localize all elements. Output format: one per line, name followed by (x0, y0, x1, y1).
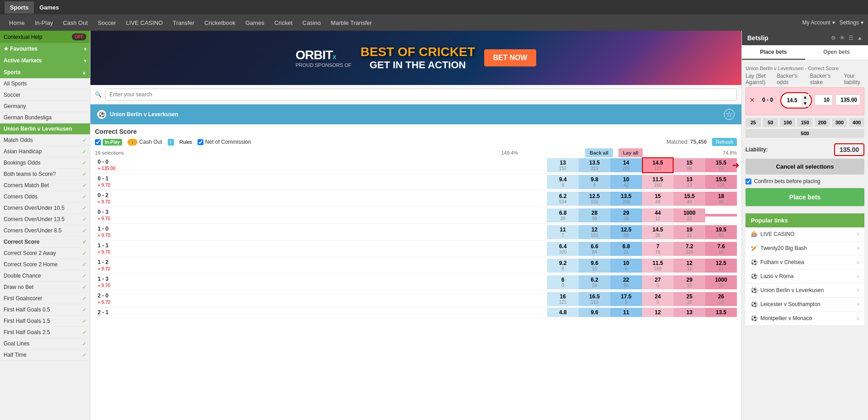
nav-item-cash-out[interactable]: Cash Out (58, 16, 92, 30)
refresh-button[interactable]: Refresh (712, 138, 737, 146)
net-commission-checkbox[interactable] (198, 139, 203, 145)
odds-cell-9-0[interactable]: 4.8 (547, 308, 579, 317)
odds-cell-0-1[interactable]: 13.5313 (579, 158, 610, 172)
nav-item-games[interactable]: Games (241, 16, 269, 30)
odds-spin-up[interactable]: ▲ (801, 94, 809, 100)
odds-cell-7-2[interactable]: 2280 (610, 275, 642, 289)
odds-cell-4-3[interactable]: 14.536 (642, 225, 674, 239)
odds-cell-0-2[interactable]: 14221 (610, 158, 642, 172)
odds-cell-6-0[interactable]: 9.28 (547, 259, 579, 273)
odds-cell-6-1[interactable]: 9.615 (579, 259, 610, 273)
odds-cell-6-2[interactable]: 106 (610, 259, 642, 273)
odds-cell-6-5[interactable]: 12.511 (705, 259, 737, 273)
nav-item-transfer[interactable]: Transfer (168, 16, 199, 30)
odds-cell-4-0[interactable]: 117 (547, 225, 579, 239)
odds-cell-6-3[interactable]: 11.5169 (642, 259, 674, 273)
banner-cta-button[interactable]: BET NOW (484, 49, 537, 66)
odds-spin-down[interactable]: ▼ (801, 100, 809, 107)
nav-item-live-casino[interactable]: LIVE CASINO (122, 16, 168, 30)
odds-cell-8-0[interactable]: 16121 (547, 292, 579, 306)
odds-cell-3-4[interactable]: 100022 (674, 208, 705, 222)
nav-item-cricketbook[interactable]: Cricketbook (200, 16, 240, 30)
betslip-sort-icon[interactable]: ☰ (849, 35, 854, 41)
odds-cell-0-4[interactable]: 1598 (674, 158, 705, 172)
stake-input[interactable] (815, 94, 833, 105)
search-input[interactable] (105, 89, 737, 100)
odds-cell-2-1[interactable]: 12.5155 (579, 192, 610, 206)
odds-cell-8-3[interactable]: 245 (642, 292, 674, 306)
sidebar-item-20[interactable]: First Half Goals 0.5✓ (0, 304, 90, 316)
sidebar-item-18[interactable]: Draw no Bet✓ (0, 282, 90, 293)
odds-cell-5-2[interactable]: 6.821 (610, 242, 642, 256)
odds-cell-4-5[interactable]: 19.583 (705, 225, 737, 239)
odds-cell-2-2[interactable]: 13.5208 (610, 192, 642, 206)
quick-stake-400[interactable]: 400 (849, 118, 864, 127)
sidebar-item-22[interactable]: First Half Goals 2.5✓ (0, 327, 90, 338)
nav-item-soccer[interactable]: Soccer (93, 16, 120, 30)
popular-link-2[interactable]: ⚽Fulham v Chelsea› (745, 255, 864, 269)
odds-cell-1-0[interactable]: 9.49 (547, 175, 579, 189)
odds-cell-3-0[interactable]: 6.820 (547, 208, 579, 222)
back-all-btn[interactable]: Back all (583, 150, 615, 156)
sidebar-item-7[interactable]: Bookings Odds✓ (0, 157, 90, 169)
odds-input[interactable]: 14.5 (783, 95, 801, 105)
quick-stake-500[interactable]: 500 (745, 129, 864, 138)
odds-cell-2-3[interactable]: 1549 (642, 192, 674, 206)
odds-cell-5-1[interactable]: 6.684 (579, 242, 610, 256)
odds-cell-8-4[interactable]: 2516 (674, 292, 705, 306)
odds-cell-3-2[interactable]: 2939 (610, 208, 642, 222)
sidebar-item-9[interactable]: Corners Match Bet✓ (0, 180, 90, 191)
odds-cell-3-5[interactable] (705, 214, 737, 217)
odds-cell-3-3[interactable]: 4412 (642, 208, 674, 222)
quick-stake-100[interactable]: 100 (780, 118, 795, 127)
sidebar-item-11[interactable]: Corners Over/Under 10.5✓ (0, 203, 90, 214)
cancel-all-button[interactable]: Cancel all selections (745, 159, 864, 175)
odds-cell-9-1[interactable]: 9.6 (579, 308, 610, 317)
settings-button[interactable]: Settings ▾ (840, 19, 863, 26)
rules-button[interactable]: i (168, 139, 174, 146)
inplay-checkbox[interactable] (95, 139, 101, 145)
odds-cell-5-4[interactable]: 7.2326 (674, 242, 705, 256)
nav-item-casino[interactable]: Casino (298, 16, 325, 30)
sidebar-item-15[interactable]: Correct Score 2 Away✓ (0, 248, 90, 259)
odds-cell-3-1[interactable]: 2899 (579, 208, 610, 222)
sidebar-item-10[interactable]: Corners Odds✓ (0, 191, 90, 203)
odds-cell-5-3[interactable]: 776 (642, 242, 674, 256)
confirm-checkbox[interactable] (745, 179, 751, 184)
popular-link-5[interactable]: ⚽Leicester v Southampton› (745, 297, 864, 311)
betslip-collapse-icon[interactable]: ▲ (857, 35, 863, 41)
quick-stake-300[interactable]: 300 (832, 118, 847, 127)
place-bets-button[interactable]: Place bets (745, 188, 864, 206)
popular-link-0[interactable]: 🎰LIVE CASINO› (745, 227, 864, 241)
odds-cell-9-5[interactable]: 13.5 (705, 308, 737, 317)
odds-cell-4-2[interactable]: 12.580 (610, 225, 642, 239)
odds-cell-7-0[interactable]: 69 (547, 275, 579, 289)
odds-cell-0-3[interactable]: 14.5123 (642, 157, 674, 173)
tab-sports[interactable]: Sports (5, 1, 34, 14)
sidebar-item-8[interactable]: Both teams to Score?✓ (0, 169, 90, 180)
quick-stake-150[interactable]: 150 (797, 118, 812, 127)
sidebar-item-3[interactable]: German Bundesliga (0, 112, 90, 123)
odds-cell-5-0[interactable]: 6.4320 (547, 242, 579, 256)
sidebar-item-14[interactable]: Correct Score✓ (0, 236, 90, 248)
odds-cell-2-4[interactable]: 15.549 (674, 192, 705, 206)
sidebar-item-24[interactable]: Half Time✓ (0, 349, 90, 361)
sidebar-item-2[interactable]: Germany (0, 101, 90, 112)
sidebar-active-markets[interactable]: Active Markets ▾ (0, 55, 90, 66)
odds-cell-0-0[interactable]: 13152 (547, 158, 579, 172)
sidebar-favourites[interactable]: ★ Favourites ▾ (0, 43, 90, 55)
sidebar-item-6[interactable]: Asian Handicap✓ (0, 146, 90, 157)
sidebar-item-5[interactable]: Match Odds✓ (0, 135, 90, 146)
sidebar-item-0[interactable]: All Sports (0, 78, 90, 90)
nav-item-cricket[interactable]: Cricket (270, 16, 297, 30)
odds-cell-1-2[interactable]: 1042 (610, 175, 642, 189)
betslip-view-icon[interactable]: 👁 (840, 35, 845, 41)
odds-cell-9-4[interactable]: 13 (674, 308, 705, 317)
odds-cell-5-5[interactable]: 7.616 (705, 242, 737, 256)
odds-cell-6-4[interactable]: 1211 (674, 259, 705, 273)
sidebar-item-12[interactable]: Corners Over/Under 13.5✓ (0, 214, 90, 225)
my-account-button[interactable]: My Account ▾ (802, 19, 835, 26)
nav-item-in-play[interactable]: In-Play (30, 16, 57, 30)
contextual-help-toggle[interactable]: OFF (72, 33, 86, 40)
quick-stake-200[interactable]: 200 (815, 118, 830, 127)
